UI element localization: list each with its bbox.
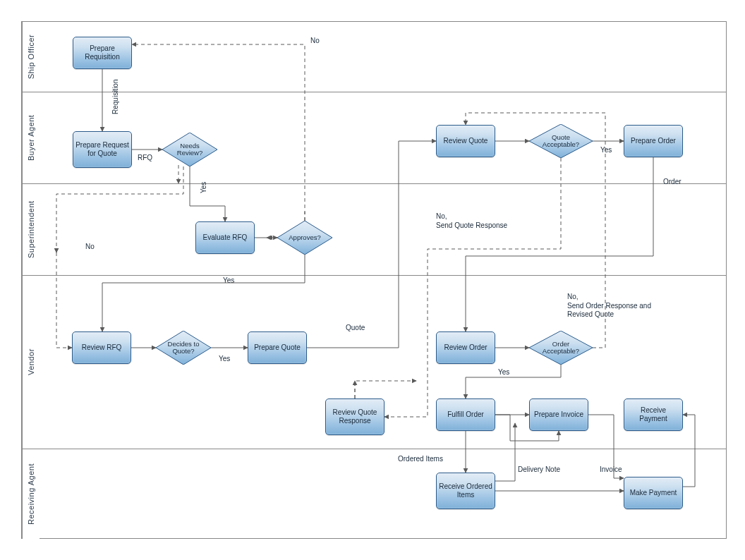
proc-prepare-quote: Prepare Quote [248, 331, 307, 364]
diagram-canvas: Ship Officer Buyer Agent Superintendent … [0, 0, 745, 560]
dec-label: Needs Review? [162, 142, 217, 157]
swimlane-container: Ship Officer Buyer Agent Superintendent … [21, 21, 727, 539]
label-yes-order-acc: Yes [498, 368, 509, 377]
proc-evaluate-rfq: Evaluate RFQ [195, 221, 255, 254]
dec-label: Decides to Quote? [156, 341, 211, 355]
label-no-approves-left: No [85, 243, 95, 252]
lane-label-ship-officer: Ship Officer [22, 22, 40, 92]
proc-prepare-order: Prepare Order [624, 125, 683, 157]
label-yes-quote-acc: Yes [600, 146, 612, 155]
proc-make-payment: Make Payment [624, 477, 683, 509]
label-no-send-quote: No, Send Quote Response [436, 212, 507, 230]
lane-receiving-agent: Receiving Agent [22, 449, 726, 539]
label-yes-approves: Yes [223, 276, 234, 286]
proc-prepare-rfq: Prepare Request for Quote [73, 131, 132, 168]
lane-superintendent: Superintendent [22, 184, 726, 276]
label-no-top: No [310, 37, 320, 46]
label-yes-vert: Yes [200, 172, 209, 193]
label-yes-decides: Yes [219, 355, 230, 364]
dec-quote-acceptable: Quote Acceptable? [529, 124, 593, 158]
lane-label-receiving-agent: Receiving Agent [22, 449, 40, 539]
proc-receive-ordered-items: Receive Ordered Items [436, 473, 495, 509]
dec-label: Quote Acceptable? [529, 134, 593, 149]
proc-receive-payment: Receive Payment [624, 398, 683, 431]
proc-prepare-invoice: Prepare Invoice [529, 398, 588, 431]
proc-review-quote-response: Review Quote Response [325, 398, 384, 435]
proc-review-quote: Review Quote [436, 125, 495, 157]
dec-label: Order Acceptable? [529, 341, 593, 355]
lane-label-superintendent: Superintendent [22, 184, 40, 275]
label-no-send-order: No, Send Order Response and Revised Quot… [567, 293, 651, 319]
proc-fulfill-order: Fulfill Order [436, 398, 495, 431]
label-requisition-vert: Requisition [111, 76, 121, 114]
dec-approves: Approves? [277, 221, 332, 255]
label-invoice: Invoice [600, 465, 622, 475]
proc-review-order: Review Order [436, 331, 495, 364]
proc-prepare-requisition: Prepare Requisition [73, 37, 132, 69]
label-ordered-items: Ordered Items [398, 455, 443, 464]
dec-decides-to-quote: Decides to Quote? [156, 331, 211, 365]
label-quote: Quote [346, 324, 365, 333]
dec-label: Approves? [284, 234, 325, 241]
label-rfq: RFQ [138, 154, 152, 163]
lane-label-buyer-agent: Buyer Agent [22, 92, 40, 183]
label-delivery-note: Delivery Note [518, 465, 560, 475]
dec-order-acceptable: Order Acceptable? [529, 331, 593, 365]
lane-label-vendor: Vendor [22, 276, 40, 449]
label-order: Order [663, 178, 682, 187]
proc-review-rfq: Review RFQ [72, 331, 131, 364]
dec-needs-review: Needs Review? [162, 133, 217, 166]
